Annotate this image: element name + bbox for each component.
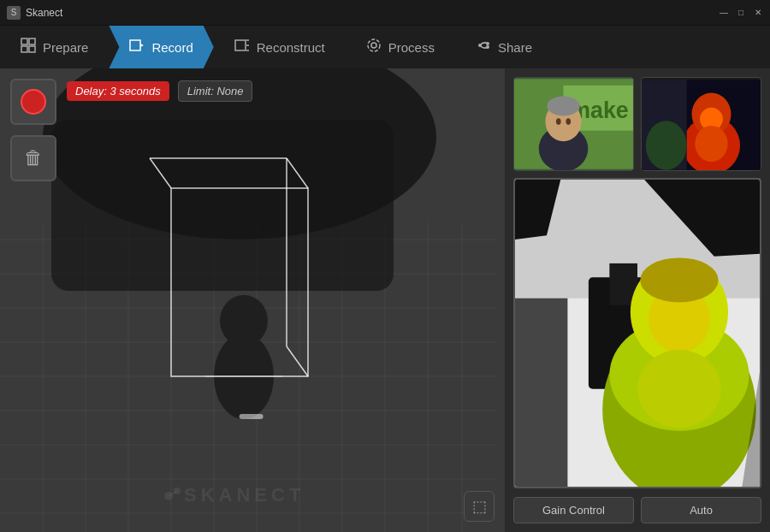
auto-button[interactable]: Auto xyxy=(641,497,761,523)
svg-text:SKANECT: SKANECT xyxy=(184,484,305,505)
title-bar: S Skanect — □ ✕ xyxy=(0,0,770,26)
maximize-button[interactable]: □ xyxy=(736,8,746,18)
svg-point-56 xyxy=(547,96,579,115)
svg-rect-80 xyxy=(515,299,567,487)
svg-point-13 xyxy=(486,42,489,45)
svg-point-58 xyxy=(566,118,571,125)
close-button[interactable]: ✕ xyxy=(753,8,763,18)
share-nav-label: Share xyxy=(498,40,532,55)
record-nav-label: Record xyxy=(151,40,192,55)
depth-camera-thumbnail xyxy=(641,77,761,171)
svg-point-64 xyxy=(695,126,727,162)
svg-point-78 xyxy=(640,257,718,302)
record-nav-icon xyxy=(129,38,145,56)
top-thumbnails: make xyxy=(513,77,761,171)
nav-item-process[interactable]: Process xyxy=(346,26,455,68)
svg-point-79 xyxy=(637,350,721,428)
depth-view xyxy=(513,178,761,488)
svg-point-14 xyxy=(486,45,489,49)
svg-point-66 xyxy=(646,121,687,170)
app-title: Skanect xyxy=(26,7,62,19)
trash-icon: 🗑 xyxy=(24,147,43,169)
svg-rect-1 xyxy=(29,38,35,44)
svg-rect-3 xyxy=(29,46,35,52)
delete-button[interactable]: 🗑 xyxy=(10,135,56,181)
svg-rect-2 xyxy=(21,46,27,52)
prepare-nav-label: Prepare xyxy=(43,40,88,55)
title-bar-left: S Skanect xyxy=(7,6,62,20)
platform-indicator xyxy=(240,414,264,419)
svg-point-39 xyxy=(214,334,274,419)
toolbar: 🗑 xyxy=(10,79,56,181)
nav-item-reconstruct[interactable]: Reconstruct xyxy=(214,26,346,68)
reconstruct-nav-icon xyxy=(234,38,250,56)
screenshot-button[interactable]: ⬚ xyxy=(464,491,495,522)
window-controls[interactable]: — □ ✕ xyxy=(719,8,763,18)
svg-point-11 xyxy=(368,39,380,51)
svg-rect-37 xyxy=(51,120,394,291)
watermark: SKANECT xyxy=(158,472,346,506)
camera-icon: ⬚ xyxy=(472,497,487,516)
svg-point-10 xyxy=(371,43,376,48)
nav-item-prepare[interactable]: Prepare xyxy=(0,26,109,68)
svg-marker-5 xyxy=(140,44,144,47)
svg-point-12 xyxy=(478,44,482,47)
nav-item-record[interactable]: Record xyxy=(109,26,213,68)
nav-item-share[interactable]: Share xyxy=(455,26,553,68)
viewport: 🗑 Delay: 3 seconds Limit: None SKANECT ⬚ xyxy=(0,68,505,532)
rgb-camera-thumbnail: make xyxy=(513,77,634,171)
gain-control-button[interactable]: Gain Control xyxy=(513,497,634,523)
svg-point-57 xyxy=(556,118,561,125)
limit-control[interactable]: Limit: None xyxy=(178,80,253,102)
right-panel: make xyxy=(505,68,770,532)
record-button[interactable] xyxy=(10,79,56,125)
prepare-nav-icon xyxy=(21,38,36,56)
reconstruct-nav-label: Reconstruct xyxy=(257,40,325,55)
record-icon xyxy=(21,89,46,115)
process-nav-label: Process xyxy=(388,40,435,55)
minimize-button[interactable]: — xyxy=(719,8,729,18)
gain-controls: Gain Control Auto xyxy=(513,497,761,523)
app-icon: S xyxy=(7,6,21,20)
grid-canvas xyxy=(0,68,505,532)
nav-bar: PrepareRecordReconstructProcessShare xyxy=(0,26,770,68)
delay-limit-controls: Delay: 3 seconds Limit: None xyxy=(67,80,252,102)
process-nav-icon xyxy=(366,38,382,56)
svg-rect-0 xyxy=(21,38,27,44)
svg-rect-4 xyxy=(130,40,140,50)
main-content: 🗑 Delay: 3 seconds Limit: None SKANECT ⬚ xyxy=(0,68,770,532)
delay-control[interactable]: Delay: 3 seconds xyxy=(67,81,169,101)
svg-rect-6 xyxy=(235,40,246,50)
share-nav-icon xyxy=(476,38,491,56)
